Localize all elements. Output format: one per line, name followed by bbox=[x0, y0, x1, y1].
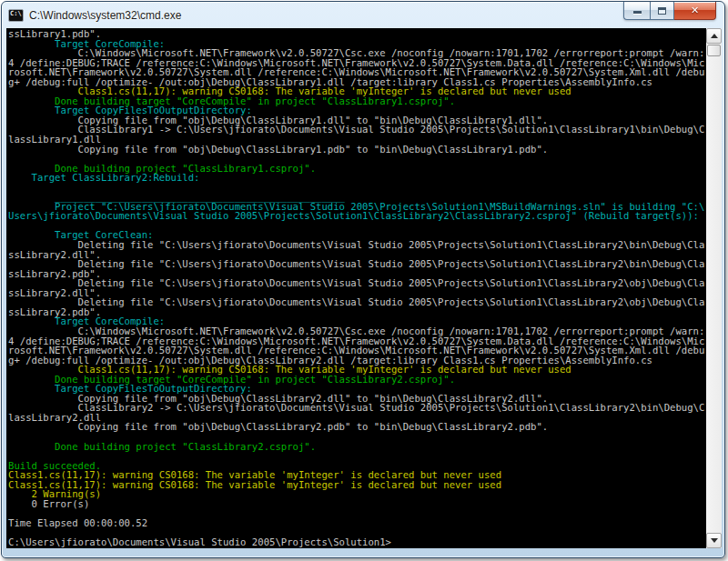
console-line: ClassLibrary2 -> C:\Users\jfiorato\Docum… bbox=[8, 403, 706, 413]
console-line: Deleting file "C:\Users\jfiorato\Documen… bbox=[8, 297, 706, 307]
console-line: ClassLibrary1 -> C:\Users\jfiorato\Docum… bbox=[8, 125, 706, 135]
console-line: 0 Error(s) bbox=[8, 499, 706, 509]
scrollbar-thumb[interactable] bbox=[707, 45, 721, 56]
minimize-icon bbox=[633, 11, 642, 15]
console-line bbox=[8, 451, 706, 461]
caption-button-group: ✕ bbox=[623, 2, 716, 20]
cmd-window: C:\. C:\Windows\system32\cmd.exe ✕ ssLib… bbox=[1, 1, 725, 558]
minimize-button[interactable] bbox=[623, 2, 650, 20]
console-line bbox=[8, 432, 706, 442]
scrollbar-down-button[interactable] bbox=[706, 533, 722, 548]
titlebar[interactable]: C:\. C:\Windows\system32\cmd.exe bbox=[2, 2, 724, 28]
triangle-up-icon bbox=[711, 34, 718, 38]
maximize-icon bbox=[658, 7, 666, 15]
cmd-icon[interactable]: C:\. bbox=[8, 9, 24, 22]
console-line: Deleting file "C:\Users\jfiorato\Documen… bbox=[8, 240, 706, 250]
console-line: C:\Windows\Microsoft.NET\Framework\v2.0.… bbox=[8, 326, 706, 336]
triangle-down-icon bbox=[711, 538, 718, 543]
console-line: Time Elapsed 00:00:00.52 bbox=[8, 518, 706, 528]
close-icon: ✕ bbox=[691, 5, 699, 16]
console-line: Done building project "ClassLibrary2.csp… bbox=[8, 442, 706, 452]
window-title: C:\Windows\system32\cmd.exe bbox=[29, 9, 181, 22]
console-line: Users\jfiorato\Documents\Visual Studio 2… bbox=[8, 211, 706, 221]
console-line: C:\Users\jfiorato\Documents\Visual Studi… bbox=[8, 537, 706, 547]
console-line: Deleting file "C:\Users\jfiorato\Documen… bbox=[8, 278, 706, 288]
console-line: Class1.cs(11,17): warning CS0168: The va… bbox=[8, 480, 706, 490]
console-line: ssLibrary1.pdb". bbox=[8, 29, 706, 39]
vertical-scrollbar[interactable] bbox=[706, 28, 722, 548]
console-line: lassLibrary1.dll bbox=[8, 135, 706, 145]
console-line: Copying file from "obj\Debug\ClassLibrar… bbox=[8, 145, 706, 155]
console-line: Deleting file "C:\Users\jfiorato\Documen… bbox=[8, 259, 706, 269]
console-line: rosoft.NET\Framework\v2.0.50727\System.d… bbox=[8, 346, 706, 356]
close-button[interactable]: ✕ bbox=[674, 2, 716, 20]
console-line: 2 Warning(s) bbox=[8, 489, 706, 499]
console-line: Copying file from "obj\Debug\ClassLibrar… bbox=[8, 422, 706, 432]
maximize-button[interactable] bbox=[650, 2, 674, 20]
console-line: Target ClassLibrary2:Rebuild: bbox=[8, 173, 706, 183]
scrollbar-up-button[interactable] bbox=[706, 28, 722, 44]
console-output: ssLibrary1.pdb". Target CoreCompile: C:\… bbox=[6, 28, 706, 548]
